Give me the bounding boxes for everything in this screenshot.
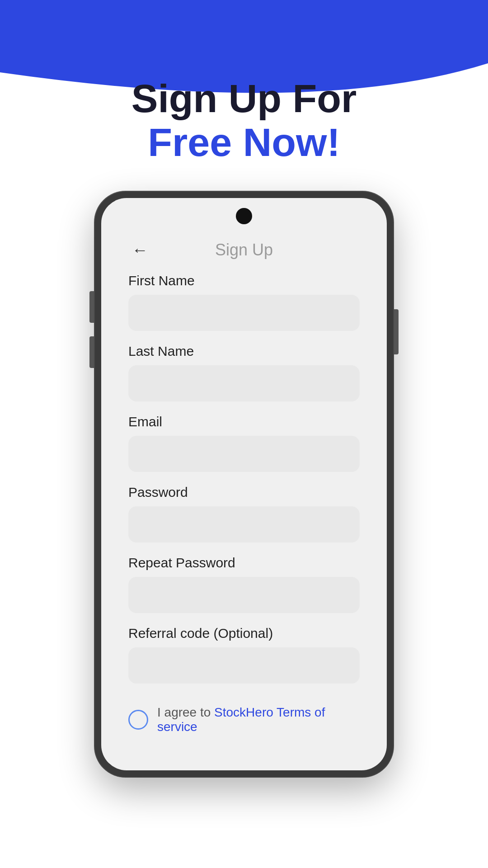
repeat-password-label: Repeat Password [128,555,360,571]
first-name-input[interactable] [128,295,360,331]
form-group-email: Email [128,414,360,472]
terms-prefix: I agree to [157,705,214,719]
terms-text: I agree to StockHero Terms of service [157,705,360,734]
hero-line2: Free Now! [0,121,488,165]
email-input[interactable] [128,436,360,472]
nav-title: Sign Up [215,241,273,259]
nav-bar: ← Sign Up [128,224,360,273]
form-group-password: Password [128,485,360,542]
password-label: Password [128,485,360,500]
email-label: Email [128,414,360,429]
first-name-label: First Name [128,273,360,288]
form-group-first-name: First Name [128,273,360,331]
form-group-last-name: Last Name [128,344,360,401]
phone-wrapper: ← Sign Up First Name Last Name Email [0,192,488,777]
referral-code-input[interactable] [128,647,360,684]
password-input[interactable] [128,506,360,542]
form-group-repeat-password: Repeat Password [128,555,360,613]
referral-code-label: Referral code (Optional) [128,626,360,641]
camera-hole [236,208,252,224]
form-group-referral-code: Referral code (Optional) [128,626,360,684]
hero-line1: Sign Up For [0,77,488,121]
last-name-label: Last Name [128,344,360,359]
back-button[interactable]: ← [128,238,152,262]
last-name-input[interactable] [128,365,360,401]
app-content: ← Sign Up First Name Last Name Email [101,224,387,770]
repeat-password-input[interactable] [128,577,360,613]
terms-checkbox[interactable] [128,710,148,730]
phone-screen: ← Sign Up First Name Last Name Email [101,198,387,770]
hero-section: Sign Up For Free Now! [0,0,488,192]
terms-row: I agree to StockHero Terms of service [128,696,360,734]
phone-mockup: ← Sign Up First Name Last Name Email [95,192,393,777]
back-arrow-icon: ← [132,242,148,258]
